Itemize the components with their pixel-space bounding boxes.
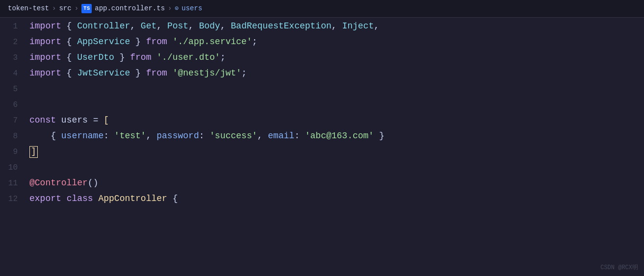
watermark: CSDN @RCX明 [600,263,638,272]
token: { [61,21,77,31]
token: UserDto [77,52,114,62]
token: 'success' [209,131,257,141]
code-line: 10 [0,161,644,176]
token: import [29,52,61,62]
token: : [199,131,210,141]
token [167,37,173,47]
token: , [258,131,268,141]
token: , [220,21,231,31]
token: , [374,21,385,31]
token: export [29,194,61,203]
line-content: { username: 'test', password: 'success',… [27,129,644,143]
token: const [29,115,56,125]
token: Inject [342,21,374,31]
token: : [294,131,305,141]
token: } [130,37,146,47]
token: 'abc@163.com' [305,131,374,141]
token: import [29,37,61,47]
line-content [27,161,644,174]
token: AppController [98,194,167,203]
token: () [88,178,99,188]
token: ] [29,146,38,158]
line-content [27,82,644,96]
code-line: 4import { JwtService } from '@nestjs/jwt… [0,67,644,82]
breadcrumb-sep2: › [75,3,78,14]
token: Get [141,21,156,31]
line-number: 7 [0,115,27,126]
line-number: 8 [0,130,27,142]
token [151,52,156,62]
line-number: 12 [0,193,27,205]
token: import [29,21,61,31]
token: [ [103,115,109,125]
token: './user.dto' [156,52,220,62]
token: Body [199,21,220,31]
token: class [67,194,93,203]
line-number: 6 [0,99,27,111]
line-number: 5 [0,83,27,95]
token [167,68,173,78]
breadcrumb-folder: token-test [8,3,49,14]
token: Post [167,21,188,31]
token: , [156,21,167,31]
token: ; [220,52,226,62]
line-content: import { JwtService } from '@nestjs/jwt'… [27,67,644,80]
token [93,194,99,203]
code-line: 9] [0,145,644,161]
token: { [61,37,77,47]
code-area: 1import { Controller, Get, Post, Body, B… [0,18,644,276]
token: AppService [77,37,130,47]
token: email [268,131,294,141]
line-content: @Controller() [27,176,644,190]
line-number: 3 [0,52,27,64]
token: { [29,131,61,141]
line-content: import { AppService } from './app.servic… [27,35,644,49]
line-content: import { Controller, Get, Post, Body, Ba… [27,20,644,33]
line-number: 2 [0,36,27,48]
line-content: import { UserDto } from './user.dto'; [27,51,644,64]
token: users [61,115,88,125]
code-line: 8 { username: 'test', password: 'success… [0,129,644,145]
token: , [130,21,141,31]
code-line: 2import { AppService } from './app.servi… [0,35,644,51]
line-content [27,98,644,111]
token: { [167,194,178,203]
code-line: 11@Controller() [0,176,644,192]
token: username [61,131,103,141]
token: from [146,68,167,78]
code-line: 5 [0,82,644,98]
token: ; [241,68,247,78]
breadcrumb-bar: token-test › src › TS app.controller.ts … [0,0,644,18]
token: = [88,115,103,125]
line-number: 9 [0,146,27,158]
token: ; [252,37,258,47]
token [56,115,61,125]
token: : [103,131,114,141]
breadcrumb-symbol-icon: ⊙ [175,4,179,14]
breadcrumb-sep1: › [52,3,56,14]
token: } [130,68,146,78]
token: } [114,52,130,62]
token: , [332,21,342,31]
line-number: 1 [0,21,27,32]
token: Controller [77,21,130,31]
token: , [188,21,199,31]
code-line: 7const users = [ [0,114,644,129]
token: @Controller [29,178,88,188]
code-line: 6 [0,98,644,114]
token: 'test' [114,131,146,141]
line-number: 11 [0,177,27,189]
token: from [146,37,167,47]
breadcrumb-ts-badge: TS [81,4,92,13]
token: './app.service' [173,37,252,47]
line-content: export class AppController { [27,192,644,205]
token: from [130,52,151,62]
token: BadRequestException [231,21,332,31]
breadcrumb-sep3: › [168,3,172,14]
token: { [61,68,77,78]
breadcrumb-symbol: users [181,3,202,14]
token: password [156,131,199,141]
line-number: 4 [0,68,27,79]
token: , [146,131,157,141]
breadcrumb-file[interactable]: app.controller.ts [95,3,165,14]
